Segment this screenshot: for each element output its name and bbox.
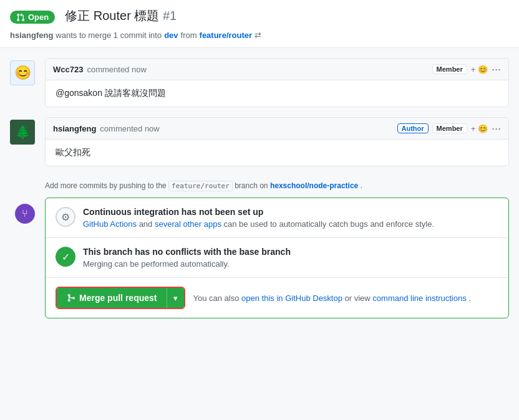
comment-body-2: 歐父扣死 <box>46 140 508 166</box>
content-wrapper: 😊 Wcc723 commented now Member + 😊 ··· @g… <box>0 48 519 338</box>
push-info: Add more commits by pushing to the featu… <box>10 176 509 198</box>
pr-header: Open 修正 Router 標題 #1 hsiangfeng wants to… <box>0 0 519 48</box>
ci-icon: ⚙ <box>56 207 75 227</box>
comment-author-1: Wcc723 <box>53 65 83 74</box>
no-conflict-section: ✓ This branch has no conflicts with the … <box>46 238 508 278</box>
open-badge: Open <box>10 11 55 24</box>
author-badge-2: Author <box>397 123 429 133</box>
merge-action-section: Merge pull request ▾ You can also open t… <box>46 278 508 318</box>
react-btn-1[interactable]: + 😊 <box>471 65 488 74</box>
repo-link[interactable]: hexschool/node-practice <box>270 181 358 190</box>
command-line-link[interactable]: command line instructions <box>372 294 466 303</box>
comment-time-1: commented now <box>87 65 146 74</box>
comment-header-2: hsiangfeng commented now Author Member +… <box>46 118 508 140</box>
github-desktop-link[interactable]: open this in GitHub Desktop <box>241 294 342 303</box>
pr-meta-from: from <box>181 31 197 40</box>
comment-header-left-1: Wcc723 commented now <box>53 65 147 74</box>
no-conflict-desc: Merging can be performed automatically. <box>83 259 291 269</box>
no-conflict-content: This branch has no conflicts with the ba… <box>83 247 291 269</box>
avatar-wcc723: 😊 <box>10 60 35 85</box>
source-branch[interactable]: feature/router <box>200 31 253 40</box>
member-badge-1: Member <box>432 64 467 74</box>
comment-block-2: 🌲 hsiangfeng commented now Author Member… <box>10 117 509 166</box>
github-actions-link[interactable]: GitHub Actions <box>83 219 137 229</box>
more-btn-2[interactable]: ··· <box>492 123 501 134</box>
target-branch[interactable]: dev <box>164 31 178 40</box>
merge-icon-col: ⑂ <box>10 198 40 318</box>
pr-meta-action: wants to merge 1 commit into <box>56 31 162 40</box>
merge-info: You can also open this in GitHub Desktop… <box>193 294 470 303</box>
ci-desc: GitHub Actions and several other apps ca… <box>83 219 434 229</box>
comment-box-1: Wcc723 commented now Member + 😊 ··· @gon… <box>45 58 509 107</box>
other-apps-link[interactable]: several other apps <box>155 219 221 229</box>
ci-title: Continuous integration has not been set … <box>83 207 434 217</box>
comment-header-1: Wcc723 commented now Member + 😊 ··· <box>46 59 508 80</box>
pr-title: 修正 Router 標題 #1 <box>65 7 177 24</box>
branch-code: feature/router <box>168 181 233 191</box>
ci-content: Continuous integration has not been set … <box>83 207 434 229</box>
merge-button-label: Merge pull request <box>79 293 157 303</box>
comment-header-right-1: Member + 😊 ··· <box>432 64 501 75</box>
comment-block-1: 😊 Wcc723 commented now Member + 😊 ··· @g… <box>10 58 509 107</box>
pr-meta-user: hsiangfeng <box>10 31 53 40</box>
copy-icon[interactable]: ⇄ <box>255 31 261 40</box>
merge-section: ⑂ ⚙ Continuous integration has not been … <box>10 198 509 328</box>
react-btn-2[interactable]: + 😊 <box>471 124 488 133</box>
merge-box: ⚙ Continuous integration has not been se… <box>45 198 509 318</box>
more-btn-1[interactable]: ··· <box>492 64 501 75</box>
merge-dropdown-button[interactable]: ▾ <box>167 288 184 308</box>
open-label: Open <box>28 12 49 22</box>
merge-pull-request-button[interactable]: Merge pull request <box>57 288 167 308</box>
avatar-hsiangfeng: 🌲 <box>10 120 35 145</box>
merge-icon: ⑂ <box>15 204 35 224</box>
comment-body-1: @gonsakon 說請客就沒問題 <box>46 80 508 107</box>
comment-author-2: hsiangfeng <box>53 124 96 133</box>
dropdown-arrow: ▾ <box>173 294 178 303</box>
comment-header-right-2: Author Member + 😊 ··· <box>397 123 501 134</box>
merge-btn-group: Merge pull request ▾ <box>56 287 185 309</box>
member-badge-2: Member <box>432 123 467 133</box>
no-conflict-title: This branch has no conflicts with the ba… <box>83 247 291 257</box>
comment-time-2: commented now <box>100 124 159 133</box>
ci-section: ⚙ Continuous integration has not been se… <box>46 198 508 238</box>
check-icon: ✓ <box>56 247 75 267</box>
comment-header-left-2: hsiangfeng commented now <box>53 124 160 133</box>
pr-number: #1 <box>163 9 177 22</box>
pr-meta: hsiangfeng wants to merge 1 commit into … <box>10 31 509 40</box>
comment-box-2: hsiangfeng commented now Author Member +… <box>45 117 509 166</box>
